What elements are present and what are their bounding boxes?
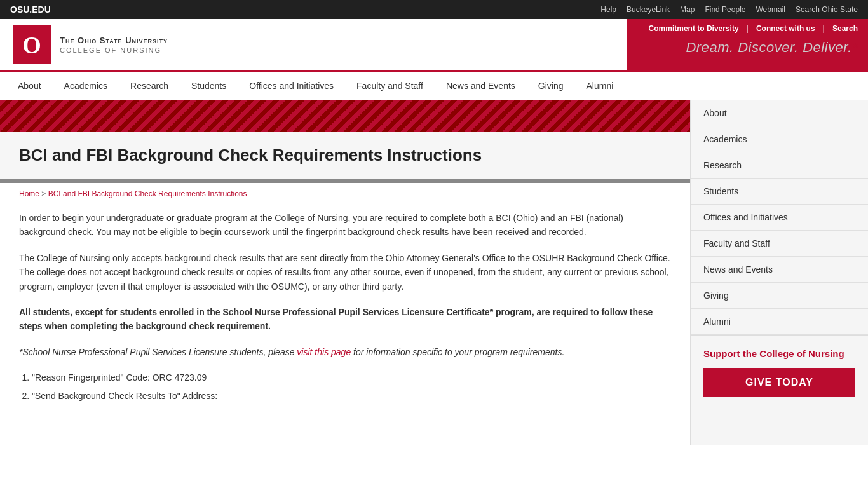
- paragraph-2: The College of Nursing only accepts back…: [19, 251, 671, 294]
- search-link[interactable]: Search: [832, 24, 858, 33]
- university-name: The Ohio State University: [60, 36, 168, 45]
- paragraph-3-bold: All students, except for students enroll…: [19, 305, 671, 334]
- list-item: "Reason Fingerprinted" Code: ORC 4723.09: [32, 370, 671, 384]
- main-navigation: About Academics Research Students Office…: [0, 72, 868, 100]
- nav-news-events[interactable]: News and Events: [435, 72, 527, 100]
- page-wrapper: BCI and FBI Background Check Requirement…: [0, 100, 868, 445]
- top-bar-links: Help BuckeyeLink Map Find People Webmail…: [600, 5, 858, 14]
- nav-research[interactable]: Research: [119, 72, 180, 100]
- map-link[interactable]: Map: [680, 5, 695, 14]
- top-bar: OSU.EDU Help BuckeyeLink Map Find People…: [0, 0, 868, 19]
- sidebar-item-alumni[interactable]: Alumni: [691, 309, 868, 335]
- svg-text:O: O: [22, 32, 41, 58]
- nav-alumni[interactable]: Alumni: [575, 72, 625, 100]
- sidebar-item-students[interactable]: Students: [691, 179, 868, 205]
- give-today-button[interactable]: GIVE TODAY: [703, 368, 855, 397]
- nav-students[interactable]: Students: [180, 72, 238, 100]
- article-body: In order to begin your undergraduate or …: [0, 205, 690, 426]
- breadcrumb-current[interactable]: BCI and FBI Background Check Requirement…: [48, 189, 247, 198]
- sidebar-support-section: Support the College of Nursing GIVE TODA…: [691, 336, 868, 410]
- nav-academics[interactable]: Academics: [53, 72, 119, 100]
- paragraph-4-before: *School Nurse Professional Pupil Service…: [19, 347, 297, 357]
- sidebar-item-research[interactable]: Research: [691, 152, 868, 179]
- header-left: O The Ohio State University College of N…: [0, 19, 627, 70]
- sidebar-item-academics[interactable]: Academics: [691, 126, 868, 152]
- visit-this-page-link[interactable]: visit this page: [297, 347, 351, 357]
- header-action-links: Commitment to Diversity | Connect with u…: [649, 24, 858, 33]
- nav-offices-initiatives[interactable]: Offices and Initiatives: [238, 72, 345, 100]
- header-title: The Ohio State University College of Nur…: [60, 36, 168, 54]
- tagline: Dream. Discover. Deliver.*: [686, 39, 858, 56]
- breadcrumb: Home > BCI and FBI Background Check Requ…: [0, 183, 690, 205]
- paragraph-4-italic: *School Nurse Professional Pupil Service…: [19, 345, 671, 359]
- sidebar-item-offices-initiatives[interactable]: Offices and Initiatives: [691, 205, 868, 231]
- find-people-link[interactable]: Find People: [705, 5, 745, 14]
- sidebar-item-faculty-staff[interactable]: Faculty and Staff: [691, 231, 868, 257]
- connect-with-us-link[interactable]: Connect with us: [756, 24, 815, 33]
- main-content: BCI and FBI Background Check Requirement…: [0, 100, 690, 445]
- commitment-diversity-link[interactable]: Commitment to Diversity: [649, 24, 739, 33]
- nav-faculty-staff[interactable]: Faculty and Staff: [345, 72, 435, 100]
- list-item: "Send Background Check Results To" Addre…: [32, 389, 671, 403]
- hero-pattern: [0, 100, 690, 132]
- breadcrumb-home[interactable]: Home: [19, 189, 39, 198]
- help-link[interactable]: Help: [600, 5, 616, 14]
- paragraph-1: In order to begin your undergraduate or …: [19, 211, 671, 240]
- paragraph-4-after: for information specific to your program…: [351, 347, 564, 357]
- sidebar-item-about[interactable]: About: [691, 100, 868, 126]
- support-title: Support the College of Nursing: [703, 348, 855, 359]
- sidebar-navigation: About Academics Research Students Office…: [691, 100, 868, 336]
- osu-block-o-icon: O: [13, 25, 51, 64]
- nav-giving[interactable]: Giving: [527, 72, 575, 100]
- hero-title-box: BCI and FBI Background Check Requirement…: [0, 132, 690, 179]
- sidebar-item-giving[interactable]: Giving: [691, 283, 868, 309]
- sidebar: About Academics Research Students Office…: [690, 100, 868, 445]
- webmail-link[interactable]: Webmail: [756, 5, 785, 14]
- breadcrumb-separator: >: [41, 189, 48, 198]
- buckeyelink-link[interactable]: BuckeyeLink: [627, 5, 670, 14]
- sidebar-item-news-events[interactable]: News and Events: [691, 257, 868, 283]
- nav-about[interactable]: About: [6, 72, 53, 100]
- steps-list: "Reason Fingerprinted" Code: ORC 4723.09…: [19, 370, 671, 403]
- college-name: College of Nursing: [60, 46, 168, 54]
- site-header: O The Ohio State University College of N…: [0, 19, 868, 72]
- header-right: Commitment to Diversity | Connect with u…: [627, 19, 868, 70]
- search-ohio-state-link[interactable]: Search Ohio State: [796, 5, 858, 14]
- page-title: BCI and FBI Background Check Requirement…: [19, 145, 671, 166]
- osu-logo-text[interactable]: OSU.EDU: [10, 4, 51, 15]
- hero-image: BCI and FBI Background Check Requirement…: [0, 100, 690, 183]
